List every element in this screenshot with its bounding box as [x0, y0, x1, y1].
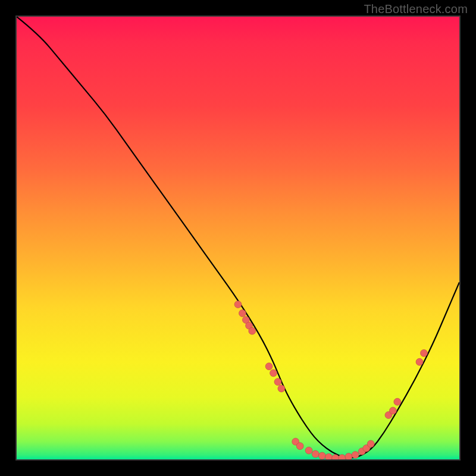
data-marker — [274, 378, 281, 386]
data-marker — [270, 369, 277, 377]
attribution-text: TheBottleneck.com — [364, 2, 468, 16]
data-marker — [421, 349, 428, 356]
data-marker — [239, 310, 246, 317]
data-marker — [367, 440, 374, 447]
chart-frame — [15, 15, 461, 461]
data-marker — [249, 327, 256, 334]
data-marker — [345, 453, 352, 459]
data-marker — [352, 452, 359, 459]
data-marker — [305, 447, 312, 454]
data-marker — [325, 453, 333, 459]
data-marker — [312, 450, 319, 458]
bottleneck-curve — [17, 17, 459, 458]
data-marker — [394, 398, 401, 405]
marker-group — [234, 301, 427, 459]
data-marker — [234, 301, 242, 308]
data-marker — [296, 443, 303, 450]
data-marker — [265, 363, 273, 370]
data-marker — [416, 358, 423, 365]
data-marker — [318, 452, 325, 459]
data-marker — [278, 385, 285, 392]
data-marker — [389, 407, 396, 414]
chart-svg — [17, 17, 459, 459]
